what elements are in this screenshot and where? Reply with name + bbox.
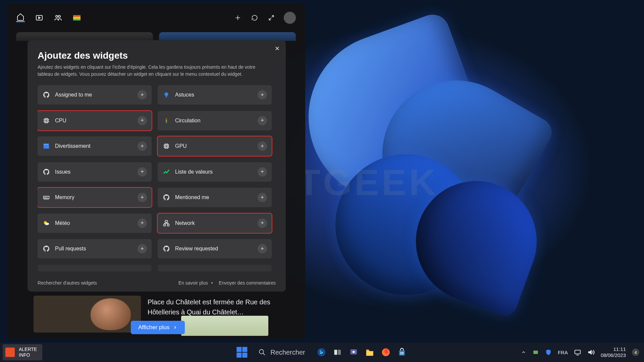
widget-item-cpu[interactable]: CPU+ [38,111,152,130]
widget-item-météo[interactable]: Météo+ [38,214,152,233]
svg-rect-4 [166,96,167,98]
widget-item-liste-de-valeurs[interactable]: Liste de valeurs+ [158,162,272,182]
volume-icon[interactable] [587,349,595,356]
store-icon[interactable] [396,347,408,358]
display-icon[interactable] [574,349,581,356]
modal-title: Ajoutez des widgets [38,50,276,61]
add-widget-button[interactable]: + [258,219,267,228]
add-widget-button[interactable]: + [138,116,147,125]
add-widget-button[interactable]: + [258,90,267,100]
feed-cards-peek [16,32,296,41]
notification-badge[interactable]: 4 [632,349,639,356]
widget-item-pull-requests[interactable]: Pull requests+ [38,239,152,258]
github-icon [42,91,50,99]
add-widget-button[interactable]: + [258,244,267,253]
clock[interactable]: 11:11 08/06/2023 [601,346,626,358]
github-icon [42,168,50,176]
widget-item-gpu[interactable]: GPU+ [158,136,272,156]
video-icon[interactable] [35,13,44,22]
add-widget-button[interactable]: + [138,141,147,151]
news-thumbnail[interactable] [34,296,141,333]
svg-rect-13 [165,145,167,147]
svg-point-25 [353,351,355,353]
svg-rect-12 [165,144,168,148]
avatar[interactable] [284,12,296,24]
refresh-icon[interactable] [250,13,259,22]
add-widget-button[interactable]: + [258,193,267,202]
explorer-icon[interactable] [364,347,376,358]
security-icon[interactable] [545,349,552,356]
chip-icon [42,117,50,125]
svg-point-8 [166,118,167,120]
add-widget-button[interactable]: + [258,141,267,151]
widget-item-review-requested[interactable]: Review requested+ [158,239,272,258]
taskbar-search[interactable]: Rechercher [252,347,311,358]
widget-item-label: Météo [55,220,133,226]
time-text: 11:11 [601,346,626,352]
add-widget-button[interactable]: + [138,193,147,202]
svg-point-16 [45,223,49,225]
svg-point-20 [259,350,264,354]
github-icon [42,245,50,253]
svg-rect-19 [167,224,169,226]
chip-icon [162,142,170,150]
widget-item-label: Assigned to me [55,92,133,98]
firefox-icon[interactable] [380,347,392,358]
svg-rect-31 [402,353,404,354]
svg-rect-17 [165,220,167,222]
add-widget-button[interactable]: + [258,116,267,125]
traffic-icon [162,117,170,125]
task-view-icon[interactable] [332,347,343,358]
start-button[interactable] [236,347,248,358]
modal-footer: Rechercher d'autres widgets En savoir pl… [38,273,276,286]
bing-chat-icon[interactable] [316,347,327,358]
widget-item-circulation[interactable]: Circulation+ [158,111,272,130]
ram-icon [42,193,50,201]
widget-item-astuces[interactable]: Astuces+ [158,85,272,105]
widget-item-label: Issues [55,169,133,175]
taskbar-widget-alert[interactable]: ALERTE INFO [3,344,42,360]
close-icon[interactable]: ✕ [275,45,280,52]
chat-icon[interactable] [348,347,360,358]
widgets-panel-header [16,9,296,26]
feed-card [16,32,153,41]
widget-item-issues[interactable]: Issues+ [38,162,152,182]
people-icon[interactable] [54,13,62,22]
widget-item-label: Circulation [175,118,253,124]
svg-point-9 [166,120,167,121]
expand-icon[interactable] [267,13,276,22]
network-icon [162,219,170,227]
widget-item-memory[interactable]: Memory+ [38,188,152,207]
widget-item-label: Mentioned me [175,194,253,200]
bulb-icon [162,91,170,99]
svg-rect-28 [400,352,401,353]
add-icon[interactable] [233,13,242,22]
svg-point-21 [318,348,326,356]
learn-more-link[interactable]: En savoir plus [178,280,208,286]
tray-icon-1[interactable] [532,349,539,356]
taskbar: ALERTE INFO Rechercher FRA 11:11 08/06/2… [0,343,644,362]
add-widget-button[interactable]: + [258,167,267,177]
language-indicator[interactable]: FRA [558,350,568,355]
show-more-button[interactable]: Afficher plus [131,321,185,334]
widget-item-assigned-to-me[interactable]: Assigned to me+ [38,85,152,105]
flag-icon[interactable] [72,13,81,22]
chevron-up-icon[interactable] [521,350,526,355]
alert-line2: INFO [19,352,37,358]
home-icon[interactable] [16,13,25,22]
svg-point-3 [165,93,168,96]
add-widget-button[interactable]: + [138,90,147,100]
search-widgets-link[interactable]: Rechercher d'autres widgets [38,280,97,286]
widgets-grid: Assigned to me+Astuces+CPU+Circulation+D… [38,85,276,273]
add-widget-button[interactable]: + [138,219,147,228]
widget-item-label: Astuces [175,92,253,98]
widget-item-network[interactable]: Network+ [158,214,272,233]
widget-item-partial [38,265,152,272]
svg-rect-32 [533,351,538,354]
add-widget-button[interactable]: + [138,167,147,177]
alert-icon [5,348,15,357]
add-widget-button[interactable]: + [138,244,147,253]
widget-item-divertissement[interactable]: Divertissement+ [38,136,152,156]
widget-item-mentioned-me[interactable]: Mentioned me+ [158,188,272,207]
send-feedback-link[interactable]: Envoyer des commentaires [219,280,276,286]
